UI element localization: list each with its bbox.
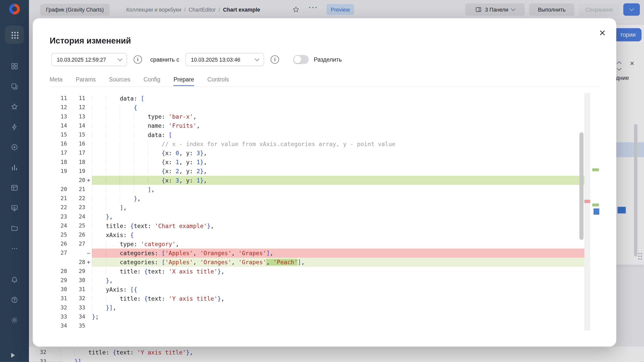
- diff-row: 28+ categories: ['Apples', 'Oranges', 'G…: [49, 258, 584, 267]
- split-toggle-label: Разделить: [314, 56, 342, 63]
- diff-row: 2829 title: {text: 'X axis title'},: [49, 267, 584, 276]
- diff-row: 1414 name: 'Fruits',: [49, 121, 584, 130]
- diff-row: 2526 xAxis: {: [49, 230, 584, 239]
- ruler-added-mark: [592, 203, 599, 206]
- modal-close-icon[interactable]: ×: [599, 27, 606, 38]
- diff-row: 2627 type: 'category',: [49, 240, 584, 249]
- diff-row: 27— categories: ['Apples', 'Oranges', 'G…: [49, 249, 584, 258]
- diff-overview-marks: [590, 93, 606, 330]
- ruler-removed-mark: [584, 200, 590, 203]
- left-version-value: 10.03.2025 12:59:27: [57, 57, 106, 63]
- diff-row: 1717 {x: 0, y: 3},: [49, 149, 584, 158]
- diff-row: 2324 },: [49, 212, 584, 221]
- diff-row: 3435: [49, 321, 584, 330]
- diff-overview-ruler: [584, 93, 590, 330]
- diff-row: 2425 title: {text: 'Chart example'},: [49, 221, 584, 230]
- diff-row: 3233 }],: [49, 303, 584, 312]
- left-version-select[interactable]: 10.03.2025 12:59:27: [51, 53, 127, 66]
- compare-with-label: сравнить с: [150, 56, 179, 63]
- tab-params[interactable]: Params: [76, 76, 96, 86]
- diff-row: 1111 data: [: [49, 94, 584, 103]
- diff-row: 3031 yAxis: [{: [49, 285, 584, 294]
- tab-prepare[interactable]: Prepare: [174, 76, 194, 86]
- diff-row: 1313 type: 'bar-x',: [49, 112, 584, 121]
- modal-tabs: Meta Params Sources Config Prepare Contr…: [50, 76, 229, 86]
- diff-row: 1515 data: [: [49, 130, 584, 139]
- modal-title: История изменений: [50, 36, 131, 45]
- split-view-toggle[interactable]: [293, 55, 309, 64]
- tab-sources[interactable]: Sources: [109, 76, 130, 86]
- ruler-viewport-mark: [593, 208, 599, 215]
- diff-row: 1818 {x: 1, y: 1},: [49, 158, 584, 167]
- diff-row: 1616 // x - index for value from xAxis.c…: [49, 139, 584, 148]
- right-version-info-icon[interactable]: i: [271, 55, 279, 64]
- chevron-down-icon: [255, 56, 260, 61]
- diff-row: 20+ {x: 3, y: 1},: [49, 176, 584, 185]
- diff-row: 3132 title: {text: 'Y axis title'},: [49, 294, 584, 303]
- chevron-down-icon: [118, 56, 123, 61]
- diff-row: 1212 {: [49, 103, 584, 112]
- right-version-value: 10.03.2025 13:03:46: [191, 57, 240, 63]
- diff-row: 2930 },: [49, 276, 584, 285]
- app-stage: График (Gravity Charts) Коллекции и ворк…: [0, 0, 644, 362]
- tab-meta[interactable]: Meta: [50, 76, 62, 86]
- diff-row: 2122 },: [49, 194, 584, 203]
- diff-view: 1111 data: [1212 {1313 type: 'bar-x',141…: [49, 94, 584, 330]
- diff-row: 1919 {x: 2, y: 2},: [49, 167, 584, 176]
- left-version-info-icon[interactable]: i: [134, 55, 142, 64]
- diff-row: 2223 ],: [49, 203, 584, 212]
- toggle-knob: [294, 56, 301, 63]
- tabs-divider: [50, 86, 600, 87]
- version-controls: 10.03.2025 12:59:27 i сравнить с 10.03.2…: [51, 53, 342, 66]
- tab-config[interactable]: Config: [143, 76, 160, 86]
- tab-controls[interactable]: Controls: [207, 76, 229, 86]
- diff-row: 2021 ],: [49, 185, 584, 194]
- history-modal: История изменений × 10.03.2025 12:59:27 …: [33, 18, 616, 346]
- right-version-select[interactable]: 10.03.2025 13:03:46: [185, 53, 264, 66]
- diff-scrollbar-thumb[interactable]: [579, 132, 583, 240]
- diff-rows: 1111 data: [1212 {1313 type: 'bar-x',141…: [49, 94, 584, 330]
- ruler-added-mark: [592, 168, 599, 171]
- diff-row: 3334};: [49, 312, 584, 321]
